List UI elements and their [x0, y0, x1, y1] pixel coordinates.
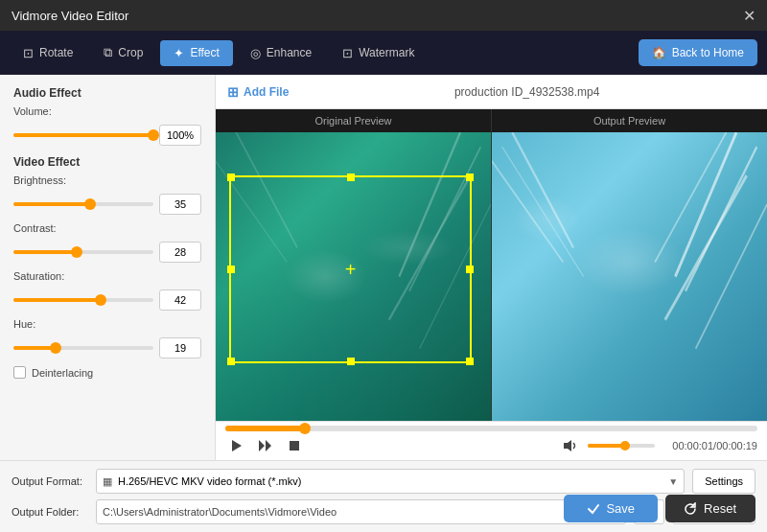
add-file-button[interactable]: ⊞ Add File	[227, 84, 289, 100]
play-button[interactable]	[225, 437, 246, 454]
deinterlacing-label: Deinterlacing	[32, 367, 93, 379]
hue-value-box[interactable]: 19	[159, 337, 201, 359]
brightness-value-box[interactable]: 35	[159, 194, 201, 215]
selection-rectangle[interactable]: +	[229, 175, 472, 363]
volume-value-box[interactable]: 100%	[159, 125, 201, 146]
volume-slider-row: 100%	[13, 125, 201, 146]
contrast-value-box[interactable]: 28	[159, 242, 201, 263]
contrast-label-row: Contrast:	[13, 222, 201, 234]
svg-line-8	[665, 175, 747, 320]
svg-rect-17	[290, 441, 299, 451]
volume-thumb[interactable]	[148, 129, 159, 141]
output-folder-label: Output Folder:	[12, 506, 88, 518]
hue-slider-row: 19	[13, 337, 201, 359]
volume-slider[interactable]	[13, 133, 153, 137]
effect-button[interactable]: ✦ Effect	[160, 40, 232, 66]
handle-mid-left[interactable]	[227, 266, 235, 273]
volume-section	[559, 437, 655, 454]
format-row: Output Format: ▦ H.265/HEVC MKV video fo…	[12, 469, 755, 494]
svg-marker-15	[259, 440, 265, 451]
progress-thumb[interactable]	[299, 423, 311, 434]
settings-button[interactable]: Settings	[692, 469, 755, 494]
volume-slider-thumb[interactable]	[620, 441, 630, 451]
crop-button[interactable]: ⧉ Crop	[90, 39, 156, 66]
stop-icon	[289, 440, 300, 451]
svg-line-13	[502, 147, 584, 276]
original-preview-panel: Original Preview	[216, 109, 491, 421]
handle-bottom-right[interactable]	[466, 358, 474, 365]
effect-label: Effect	[190, 46, 219, 59]
fast-forward-button[interactable]	[254, 437, 277, 454]
reset-label: Reset	[704, 501, 736, 516]
output-preview-panel: Output Preview	[492, 109, 767, 421]
dropdown-arrow-icon: ▼	[668, 476, 678, 487]
handle-bottom-mid[interactable]	[347, 358, 355, 365]
deinterlacing-row: Deinterlacing	[13, 366, 201, 379]
save-checkmark-icon	[587, 502, 600, 516]
rotate-button[interactable]: ⊡ Rotate	[10, 40, 86, 66]
handle-top-left[interactable]	[227, 173, 235, 181]
back-home-button[interactable]: 🏠 Back to Home	[639, 39, 757, 66]
saturation-value-box[interactable]: 42	[159, 289, 201, 311]
file-name: production ID_4932538.mp4	[298, 85, 755, 99]
close-button[interactable]: ✕	[743, 7, 755, 25]
volume-track[interactable]	[588, 444, 655, 448]
hue-slider[interactable]	[13, 346, 153, 350]
enhance-label: Enhance	[267, 46, 312, 59]
handle-bottom-left[interactable]	[227, 358, 235, 365]
watermark-button[interactable]: ⊡ Watermark	[329, 40, 428, 66]
save-button[interactable]: Save	[564, 495, 658, 522]
volume-icon	[563, 439, 578, 452]
format-select[interactable]: ▦ H.265/HEVC MKV video format (*.mkv) ▼	[96, 469, 685, 494]
brightness-slider[interactable]	[13, 202, 153, 206]
svg-marker-16	[266, 440, 271, 451]
brightness-label-row: Brightness:	[13, 174, 201, 186]
volume-button[interactable]	[559, 437, 582, 454]
save-label: Save	[606, 501, 635, 516]
svg-line-11	[492, 161, 563, 262]
add-file-label: Add File	[244, 85, 289, 99]
contrast-value: 28	[174, 246, 186, 258]
output-preview-video	[492, 132, 767, 421]
progress-bar[interactable]	[225, 426, 757, 431]
folder-path-input[interactable]: C:\Users\Administrator\Documents\Vidmore…	[96, 499, 626, 524]
hue-label: Hue:	[13, 318, 35, 330]
saturation-thumb[interactable]	[95, 294, 106, 306]
left-panel: Audio Effect Volume: 100% Video Effect B…	[0, 75, 216, 460]
contrast-slider[interactable]	[13, 250, 153, 254]
handle-mid-right[interactable]	[466, 266, 474, 273]
folder-path-text: C:\Users\Administrator\Documents\Vidmore…	[103, 506, 619, 518]
home-icon: 🏠	[652, 46, 666, 59]
total-time: 00:00:19	[716, 440, 757, 451]
brightness-thumb[interactable]	[84, 198, 96, 210]
action-buttons: Save Reset	[564, 495, 755, 522]
audio-effect-title: Audio Effect	[13, 86, 201, 100]
reset-icon	[685, 502, 698, 516]
enhance-icon: ◎	[250, 46, 261, 60]
add-file-bar: ⊞ Add File production ID_4932538.mp4	[216, 75, 767, 109]
saturation-label: Saturation:	[13, 270, 64, 282]
handle-top-mid[interactable]	[347, 173, 355, 181]
crop-icon: ⧉	[104, 45, 112, 60]
main-content: Audio Effect Volume: 100% Video Effect B…	[0, 75, 767, 460]
svg-line-10	[512, 132, 573, 247]
saturation-value: 42	[174, 294, 186, 306]
watermark-icon: ⊡	[342, 46, 353, 60]
stop-button[interactable]	[285, 438, 304, 453]
contrast-label: Contrast:	[13, 222, 57, 234]
brightness-label: Brightness:	[13, 174, 66, 186]
handle-top-right[interactable]	[466, 173, 474, 181]
volume-control: Volume:	[13, 105, 201, 117]
contrast-slider-row: 28	[13, 242, 201, 263]
svg-marker-18	[564, 440, 571, 451]
saturation-slider-row: 42	[13, 289, 201, 311]
reset-button[interactable]: Reset	[665, 495, 755, 522]
selection-crosshair: +	[345, 260, 357, 279]
enhance-button[interactable]: ◎ Enhance	[237, 40, 325, 66]
brightness-fill	[13, 202, 90, 206]
hue-thumb[interactable]	[50, 342, 61, 354]
saturation-slider[interactable]	[13, 298, 153, 302]
deinterlacing-checkbox[interactable]	[13, 366, 26, 379]
contrast-thumb[interactable]	[71, 246, 82, 258]
output-preview-label: Output Preview	[593, 109, 665, 132]
